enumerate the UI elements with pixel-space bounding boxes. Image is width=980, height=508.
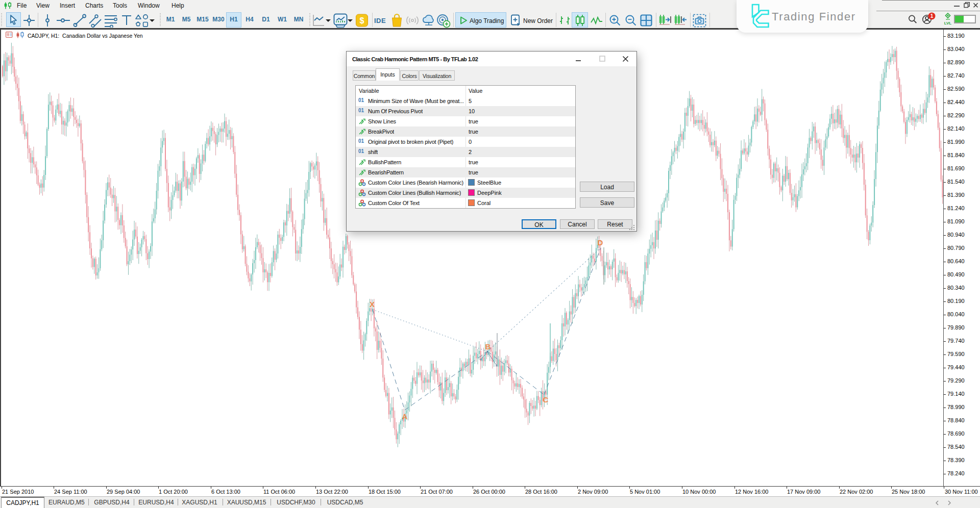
svg-text:1: 1 (930, 13, 934, 19)
svg-text:A: A (402, 412, 408, 421)
svg-text:D: D (598, 238, 603, 247)
svg-text:B: B (485, 342, 491, 351)
svg-text:X: X (370, 300, 375, 309)
svg-text:C: C (543, 395, 549, 404)
svg-text:$: $ (360, 16, 364, 25)
svg-text:LVL: LVL (944, 21, 952, 25)
